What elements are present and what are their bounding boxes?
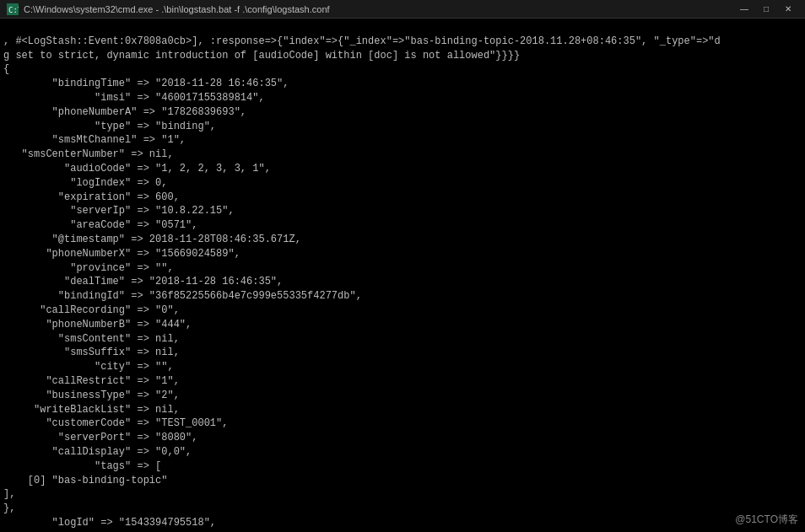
title-bar: C:\ C:\Windows\system32\cmd.exe - .\bin\… [0, 0, 805, 19]
console-line: "tags" => [ [3, 459, 802, 474]
console-line: "customerCode" => "TEST_0001", [3, 416, 802, 431]
console-line: "imsi" => "460017155389814", [3, 91, 802, 105]
console-line: "callRecording" => "0", [3, 304, 802, 318]
console-line: "smsCenterNumber" => nil, [3, 148, 802, 162]
console-line: "smsMtChannel" => "1", [3, 133, 802, 148]
window-title: C:\Windows\system32\cmd.exe - .\bin\logs… [24, 4, 330, 14]
console-line: "province" => "", [3, 261, 802, 276]
console-line: "smsSuffix" => nil, [3, 346, 802, 360]
console-line: , #<LogStash::Event:0x7808a0cb>], :respo… [3, 35, 802, 49]
console-output: , #<LogStash::Event:0x7808a0cb>], :respo… [0, 19, 805, 532]
window-controls: — □ ✕ [734, 3, 798, 16]
console-line: "phoneNumberX" => "15669024589", [3, 247, 802, 261]
console-line: "bindingTime" => "2018-11-28 16:46:35", [3, 77, 802, 91]
console-line: { [3, 62, 802, 77]
console-line: "phoneNumberB" => "444", [3, 318, 802, 332]
console-line: [0] "bas-binding-topic" [3, 474, 802, 488]
maximize-button[interactable]: □ [756, 3, 776, 16]
console-line: "audioCode" => "1, 2, 2, 3, 3, 1", [3, 162, 802, 176]
close-button[interactable]: ✕ [778, 3, 798, 16]
cmd-icon: C:\ [7, 3, 19, 15]
svg-text:C:\: C:\ [8, 6, 19, 14]
minimize-button[interactable]: — [734, 3, 754, 16]
console-line: "logIndex" => 0, [3, 176, 802, 191]
console-line: "type" => "binding", [3, 120, 802, 134]
console-line: "bindingId" => "36f85225566b4e7c999e5533… [3, 289, 802, 304]
console-line: "city" => "", [3, 360, 802, 374]
console-line: "phoneNumberA" => "17826839693", [3, 105, 802, 120]
console-line: "serverPort" => "8080", [3, 431, 802, 445]
watermark: @51CTO博客 [735, 513, 798, 527]
console-line: "logId" => "1543394795518", [3, 516, 802, 530]
console-line: "writeBlackList" => nil, [3, 403, 802, 417]
console-line: "callRestrict" => "1", [3, 374, 802, 389]
console-line: "areaCode" => "0571", [3, 218, 802, 233]
console-line: ], [3, 487, 802, 502]
title-bar-left: C:\ C:\Windows\system32\cmd.exe - .\bin\… [7, 3, 330, 15]
console-line: "expiration" => 600, [3, 191, 802, 205]
console-line: }, [3, 502, 802, 516]
console-line: "callDisplay" => "0,0", [3, 445, 802, 459]
console-line: "smsContent" => nil, [3, 332, 802, 347]
console-line: "dealTime" => "2018-11-28 16:46:35", [3, 275, 802, 289]
console-line: "serverIp" => "10.8.22.15", [3, 204, 802, 218]
console-line: "businessType" => "2", [3, 389, 802, 403]
console-line: g set to strict, dynamic introduction of… [3, 49, 802, 63]
console-line: "@timestamp" => 2018-11-28T08:46:35.671Z… [3, 233, 802, 247]
